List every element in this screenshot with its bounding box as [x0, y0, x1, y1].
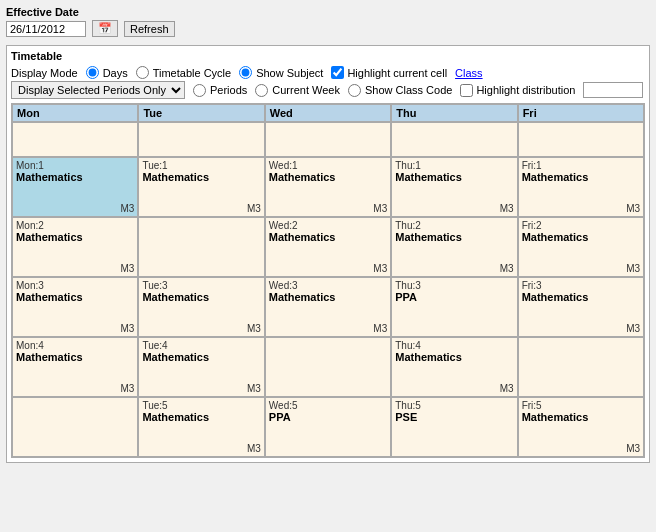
radio-show-class-code: Show Class Code [348, 84, 452, 97]
grid-cell [265, 337, 391, 397]
cell-code: M3 [247, 443, 261, 454]
cell-subject: Mathematics [142, 411, 260, 423]
cell-subject: Mathematics [142, 171, 260, 183]
cell-period: Wed:5 [269, 400, 387, 411]
cell-code: M3 [121, 263, 135, 274]
cell-code: M3 [626, 443, 640, 454]
grid-cell [12, 397, 138, 457]
grid-header-cell: Mon [12, 104, 138, 122]
grid-cell: Thu:5PSE [391, 397, 517, 457]
radio-subject-input[interactable] [239, 66, 252, 79]
grid-cell [518, 122, 644, 157]
checkbox-highlight-dist: Highlight distribution [460, 84, 575, 97]
cell-period: Thu:3 [395, 280, 513, 291]
cell-period: Tue:1 [142, 160, 260, 171]
grid-cell: Fri:5MathematicsM3 [518, 397, 644, 457]
class-link[interactable]: Class [455, 67, 483, 79]
cell-subject: Mathematics [16, 351, 134, 363]
grid-cell: Thu:1MathematicsM3 [391, 157, 517, 217]
radio-classcode-input[interactable] [348, 84, 361, 97]
cell-period: Mon:3 [16, 280, 134, 291]
cell-subject: Mathematics [142, 351, 260, 363]
class-text-input[interactable] [583, 82, 643, 98]
cell-period: Mon:4 [16, 340, 134, 351]
grid-cell: Tue:3MathematicsM3 [138, 277, 264, 337]
grid-body: Mon:1MathematicsM3Tue:1MathematicsM3Wed:… [12, 122, 644, 457]
cell-code: M3 [247, 203, 261, 214]
grid-cell [518, 337, 644, 397]
cell-code: M3 [626, 323, 640, 334]
cell-code: M3 [121, 203, 135, 214]
cell-subject: Mathematics [522, 411, 640, 423]
refresh-button[interactable]: Refresh [124, 21, 175, 37]
cell-subject: Mathematics [142, 291, 260, 303]
grid-cell: Fri:1MathematicsM3 [518, 157, 644, 217]
grid-cell: Mon:1MathematicsM3 [12, 157, 138, 217]
cell-subject: Mathematics [269, 291, 387, 303]
grid-cell: Thu:4MathematicsM3 [391, 337, 517, 397]
grid-cell: Tue:4MathematicsM3 [138, 337, 264, 397]
cell-period: Tue:5 [142, 400, 260, 411]
cell-subject: Mathematics [522, 231, 640, 243]
cell-period: Thu:5 [395, 400, 513, 411]
radio-periods: Periods [193, 84, 247, 97]
radio-subject-label: Show Subject [256, 67, 323, 79]
radio-periods-input[interactable] [193, 84, 206, 97]
cell-subject: Mathematics [269, 231, 387, 243]
radio-periods-label: Periods [210, 84, 247, 96]
cell-period: Wed:2 [269, 220, 387, 231]
highlight-cell-label: Highlight current cell [347, 67, 447, 79]
highlight-cell-input[interactable] [331, 66, 344, 79]
radio-currentweek-label: Current Week [272, 84, 340, 96]
grid-row: Tue:5MathematicsM3Wed:5PPAThu:5PSEFri:5M… [12, 397, 644, 457]
grid-cell [265, 122, 391, 157]
grid-row: Mon:2MathematicsM3Wed:2MathematicsM3Thu:… [12, 217, 644, 277]
cell-subject: Mathematics [395, 351, 513, 363]
cell-subject: Mathematics [269, 171, 387, 183]
cell-code: M3 [373, 263, 387, 274]
timetable-section: Timetable Display Mode Days Timetable Cy… [6, 45, 650, 463]
cell-code: M3 [373, 203, 387, 214]
grid-cell: Thu:2MathematicsM3 [391, 217, 517, 277]
cell-subject: Mathematics [522, 291, 640, 303]
display-mode-label: Display Mode [11, 67, 78, 79]
radio-days-input[interactable] [86, 66, 99, 79]
grid-cell: Fri:3MathematicsM3 [518, 277, 644, 337]
cell-code: M3 [500, 263, 514, 274]
grid-header-cell: Fri [518, 104, 644, 122]
grid-header-cell: Tue [138, 104, 264, 122]
calendar-button[interactable]: 📅 [92, 20, 118, 37]
radio-classcode-label: Show Class Code [365, 84, 452, 96]
radio-days-label: Days [103, 67, 128, 79]
grid-row: Mon:4MathematicsM3Tue:4MathematicsM3Thu:… [12, 337, 644, 397]
grid-cell [12, 122, 138, 157]
cell-code: M3 [626, 263, 640, 274]
cell-code: M3 [247, 323, 261, 334]
grid-cell: Wed:3MathematicsM3 [265, 277, 391, 337]
cell-subject: PSE [395, 411, 513, 423]
radio-show-subject: Show Subject [239, 66, 323, 79]
radio-currentweek-input[interactable] [255, 84, 268, 97]
radio-timetable-cycle: Timetable Cycle [136, 66, 231, 79]
cell-subject: Mathematics [16, 171, 134, 183]
effective-date-input[interactable] [6, 21, 86, 37]
grid-cell: Thu:3PPA [391, 277, 517, 337]
grid-cell [391, 122, 517, 157]
cell-period: Wed:3 [269, 280, 387, 291]
grid-cell [138, 122, 264, 157]
grid-cell [138, 217, 264, 277]
grid-cell: Wed:2MathematicsM3 [265, 217, 391, 277]
cell-period: Thu:1 [395, 160, 513, 171]
cell-period: Mon:1 [16, 160, 134, 171]
timetable-title: Timetable [11, 50, 645, 62]
display-selected-select[interactable]: Display Selected Periods Only [11, 81, 185, 99]
radio-cycle-input[interactable] [136, 66, 149, 79]
cell-period: Wed:1 [269, 160, 387, 171]
grid-cell: Mon:2MathematicsM3 [12, 217, 138, 277]
grid-cell: Tue:5MathematicsM3 [138, 397, 264, 457]
cell-subject: Mathematics [16, 291, 134, 303]
cell-period: Tue:4 [142, 340, 260, 351]
cell-period: Thu:2 [395, 220, 513, 231]
highlight-dist-input[interactable] [460, 84, 473, 97]
cell-subject: PPA [269, 411, 387, 423]
